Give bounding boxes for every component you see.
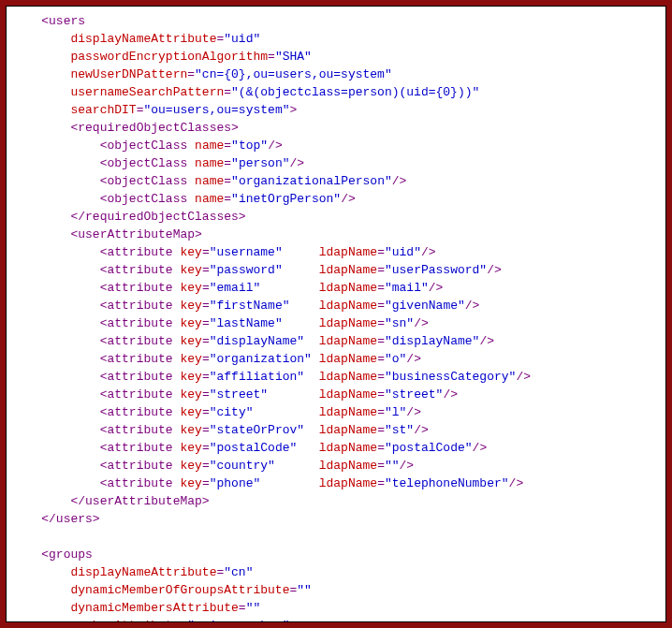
code-panel: <users displayNameAttribute="uid" passwo… (6, 6, 666, 622)
code-frame: <users displayNameAttribute="uid" passwo… (0, 0, 672, 628)
xml-code-block: <users displayNameAttribute="uid" passwo… (12, 12, 660, 622)
